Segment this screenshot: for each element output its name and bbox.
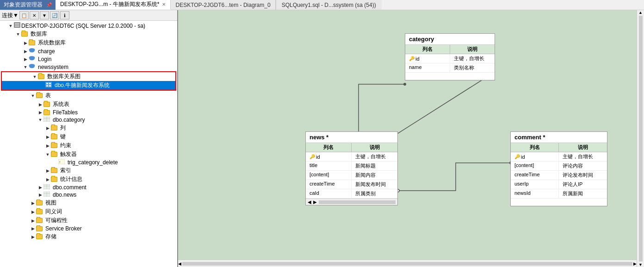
expand-keys[interactable]: ▶ xyxy=(44,135,51,139)
dbo-news-label: dbo.news xyxy=(53,192,76,198)
key-icon: 🔑 xyxy=(514,154,520,159)
expand-server[interactable]: ▼ xyxy=(7,24,14,28)
expand-dbo-comment[interactable]: ▶ xyxy=(37,185,43,190)
comment-newsid-desc: 所属新闻 xyxy=(559,189,607,198)
toolbar-btn-props[interactable]: ℹ xyxy=(60,11,69,19)
news-table: news * 列名 说明 🔑 id 主键，自增长 title 新闻标题 [con… xyxy=(305,131,398,205)
expand-dbdiagram[interactable]: ▼ xyxy=(31,75,38,79)
expand-charge[interactable]: ▶ xyxy=(22,49,29,54)
sys-db-label: 系统数据库 xyxy=(38,39,66,47)
comment-col-header-desc: 说明 xyxy=(559,143,607,152)
tab-close-0[interactable]: ✕ xyxy=(162,2,166,7)
expand-sys-tables[interactable]: ▶ xyxy=(37,102,43,107)
expand-sys[interactable]: ▶ xyxy=(22,41,29,45)
nav-left-icon[interactable]: ◀ xyxy=(308,199,311,205)
folder-icon xyxy=(21,31,28,37)
stats-node[interactable]: ▶ 统计信息 xyxy=(0,175,177,184)
expand-cols[interactable]: ▶ xyxy=(44,126,51,130)
toolbar-btn-2[interactable]: ✕ xyxy=(30,11,39,19)
svg-rect-7 xyxy=(45,82,52,87)
file-tables-node[interactable]: ▶ FileTables xyxy=(0,109,177,116)
scroll-down-icon[interactable]: ▼ xyxy=(638,262,643,267)
scroll-up-icon[interactable]: ▲ xyxy=(638,10,643,15)
expand-login[interactable]: ▶ xyxy=(22,57,29,62)
charge-node[interactable]: ▶ charge xyxy=(0,47,177,55)
service-broker-label: Service Broker xyxy=(45,225,82,232)
indexes-node[interactable]: ▶ 索引 xyxy=(0,166,177,175)
keys-label: 键 xyxy=(60,133,66,141)
trigger-item-node[interactable]: f trig_category_delete xyxy=(0,159,177,166)
folder-icon xyxy=(36,226,43,231)
expand-constr[interactable]: ▶ xyxy=(44,143,51,148)
expand-storage[interactable]: ▶ xyxy=(30,235,36,239)
newssystem-node[interactable]: ▼ newssystem xyxy=(0,63,177,71)
tables-node[interactable]: ▼ 表 xyxy=(0,91,177,100)
keys-node[interactable]: ▶ 键 xyxy=(0,132,177,141)
scroll-left-icon[interactable]: ◀ xyxy=(178,261,181,266)
expand-sb[interactable]: ▶ xyxy=(30,226,36,231)
expand-triggers[interactable]: ▼ xyxy=(44,152,51,157)
scroll-vthumb[interactable] xyxy=(639,16,643,261)
toolbar-btn-1[interactable]: 📋 xyxy=(19,11,29,19)
expand-views[interactable]: ▶ xyxy=(30,201,36,205)
svg-rect-1 xyxy=(15,23,19,24)
folder-icon xyxy=(43,102,50,107)
expand-dbo-news[interactable]: ▶ xyxy=(37,192,43,197)
sys-db-node[interactable]: ▶ 系统数据库 xyxy=(0,38,177,47)
databases-node[interactable]: ▼ 数据库 xyxy=(0,30,177,38)
tab-query[interactable]: SQLQuery1.sql - D...ssystem (sa (54)) xyxy=(276,0,382,10)
expand-dbo-cat[interactable]: ▼ xyxy=(37,118,43,122)
expand-filetables[interactable]: ▶ xyxy=(37,110,43,115)
diagram-item-node[interactable]: dbo.牛腩新闻发布系统 xyxy=(2,81,175,90)
comment-userip-name: userIp xyxy=(511,180,559,189)
expand-newssystem[interactable]: ▼ xyxy=(22,65,29,69)
dbo-comment-label: dbo.comment xyxy=(53,184,87,191)
expand-indexes[interactable]: ▶ xyxy=(44,168,51,173)
news-title-name: title xyxy=(306,161,352,170)
nav-scrollbar[interactable] xyxy=(319,200,396,204)
tab-diagram-active[interactable]: DESKTOP-2JG...m - 牛腩新闻发布系统* ✕ xyxy=(56,0,171,10)
nav-right-icon[interactable]: ▶ xyxy=(313,199,317,205)
dbo-category-node[interactable]: ▼ dbo.category xyxy=(0,116,177,124)
expand-stats[interactable]: ▶ xyxy=(44,177,51,182)
expand-prog[interactable]: ▶ xyxy=(30,218,36,223)
diagram-vscrollbar[interactable]: ▲ ▼ xyxy=(637,10,644,267)
triggers-node[interactable]: ▼ 触发器 xyxy=(0,150,177,159)
views-node[interactable]: ▶ 视图 xyxy=(0,199,177,207)
diagram-hscrollbar[interactable]: ◀ ▶ xyxy=(178,260,637,267)
pin-icon[interactable]: 📌 xyxy=(46,2,52,7)
folder-icon xyxy=(29,40,35,45)
dbo-news-node[interactable]: ▶ dbo.news xyxy=(0,191,177,199)
expand-synonyms[interactable]: ▶ xyxy=(30,210,36,214)
svg-rect-3 xyxy=(15,26,19,27)
scroll-right-icon[interactable]: ▶ xyxy=(633,261,637,266)
dbo-comment-node[interactable]: ▶ dbo.comment xyxy=(0,184,177,191)
comment-newsid-name: newsId xyxy=(511,189,559,198)
filetables-label: FileTables xyxy=(53,109,78,116)
tab-diagram-0[interactable]: DESKTOP-2JGDT6...tem - Diagram_0 xyxy=(171,0,275,10)
sys-tables-node[interactable]: ▶ 系统表 xyxy=(0,100,177,109)
prog-node[interactable]: ▶ 可编程性 xyxy=(0,216,177,225)
svg-rect-11 xyxy=(49,85,51,87)
folder-icon xyxy=(38,74,44,79)
folder-icon xyxy=(51,143,57,148)
scroll-thumb[interactable] xyxy=(182,262,632,266)
news-id-desc: 主键，自增长 xyxy=(352,152,397,161)
constraints-node[interactable]: ▶ 约束 xyxy=(0,141,177,150)
toolbar-btn-refresh[interactable]: 🔄 xyxy=(50,11,59,19)
synonyms-node[interactable]: ▶ 同义词 xyxy=(0,207,177,216)
columns-node[interactable]: ▶ 列 xyxy=(0,124,177,132)
expand-tables[interactable]: ▼ xyxy=(30,93,36,98)
login-node[interactable]: ▶ Login xyxy=(0,55,177,63)
db-diagram-folder[interactable]: ▼ 数据库关系图 xyxy=(2,72,175,81)
storage-node[interactable]: ▶ 存储 xyxy=(0,232,177,241)
left-panel-title-bar: 对象资源管理器 📌 xyxy=(0,0,56,10)
comment-content-name: [content] xyxy=(511,161,559,170)
service-broker-node[interactable]: ▶ Service Broker xyxy=(0,225,177,232)
folder-icon xyxy=(36,93,43,98)
toolbar-btn-filter[interactable]: ▼ xyxy=(40,11,49,19)
comment-id-desc: 主键，自增长 xyxy=(559,152,607,161)
svg-rect-9 xyxy=(49,83,51,84)
server-node[interactable]: ▼ DESKTOP-2JGDT6C (SQL Server 12.0.2000 … xyxy=(0,22,177,30)
expand-db[interactable]: ▼ xyxy=(15,32,21,37)
